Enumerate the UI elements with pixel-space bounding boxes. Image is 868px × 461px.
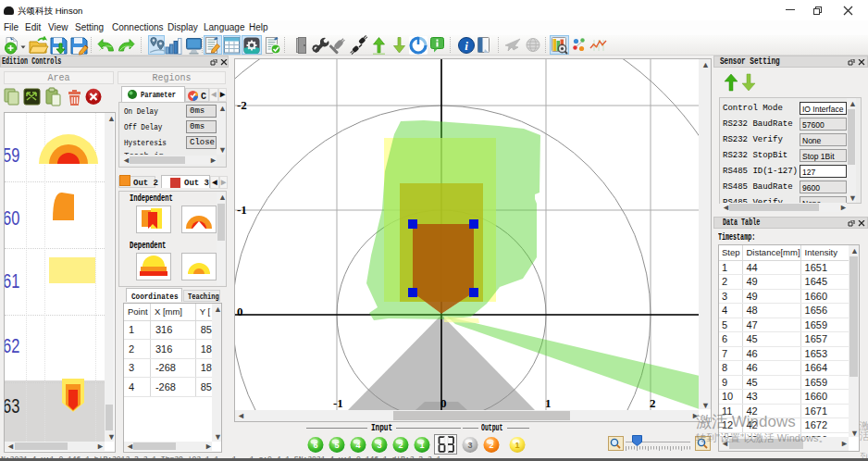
svg-text:3: 3 <box>377 441 381 450</box>
svg-text:2: 2 <box>489 441 493 450</box>
svg-text:1: 1 <box>419 441 424 450</box>
svg-text:0: 0 <box>440 396 447 410</box>
svg-text:2: 2 <box>650 396 656 410</box>
svg-text:4: 4 <box>355 441 360 450</box>
svg-text:i: i <box>465 39 468 53</box>
svg-text:5: 5 <box>334 441 339 450</box>
svg-text:1: 1 <box>515 441 519 450</box>
svg-text:3: 3 <box>467 441 472 450</box>
svg-text:1: 1 <box>545 396 552 410</box>
svg-text:6: 6 <box>313 441 317 450</box>
svg-text:-2: -2 <box>237 98 247 112</box>
svg-text:0: 0 <box>237 305 243 318</box>
svg-text:2: 2 <box>398 441 403 450</box>
svg-text:-1: -1 <box>237 203 247 217</box>
svg-text:-1: -1 <box>333 396 343 410</box>
